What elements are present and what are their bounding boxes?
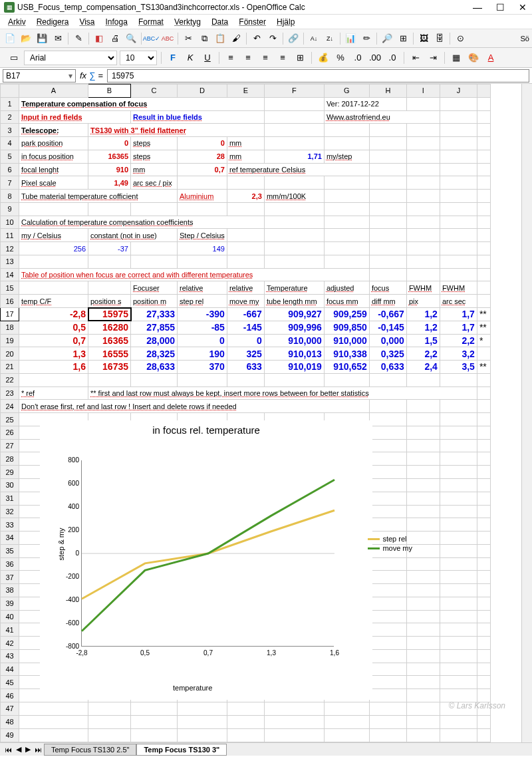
cell[interactable]: 1,71	[264, 150, 324, 163]
cell[interactable]	[324, 124, 369, 137]
cell[interactable]	[440, 571, 477, 584]
cell[interactable]	[477, 452, 490, 466]
cell[interactable]	[227, 715, 264, 728]
maximize-button[interactable]: ☐	[495, 2, 505, 13]
cell[interactable]	[477, 439, 490, 452]
cell[interactable]: 910,013	[264, 347, 324, 361]
underline-icon[interactable]: U	[200, 51, 215, 65]
cell[interactable]	[440, 584, 477, 597]
cell[interactable]: 0	[178, 334, 227, 347]
cell[interactable]	[406, 242, 440, 255]
cell[interactable]	[369, 466, 406, 479]
cell[interactable]	[406, 413, 440, 426]
cell[interactable]	[477, 97, 490, 110]
cell[interactable]: 1,49	[88, 176, 131, 190]
cell[interactable]	[88, 281, 131, 295]
cell[interactable]	[440, 452, 477, 466]
drawing-icon[interactable]: ✏	[359, 31, 374, 46]
tab-prev-icon[interactable]: ◀	[14, 745, 23, 754]
row-header[interactable]: 23	[1, 386, 19, 400]
email-icon[interactable]: ✉	[51, 31, 65, 46]
menu-visa[interactable]: Visa	[75, 16, 98, 28]
cell[interactable]	[477, 373, 490, 386]
cell[interactable]	[440, 610, 477, 623]
cell[interactable]	[369, 216, 406, 229]
find-icon[interactable]: 🔎	[380, 31, 394, 46]
spellcheck-icon[interactable]: ABC✓	[144, 31, 159, 46]
cell[interactable]	[477, 466, 490, 479]
cell[interactable]	[178, 255, 227, 268]
cell[interactable]: arc sec / pix	[131, 176, 178, 190]
cell[interactable]	[369, 255, 406, 268]
cell[interactable]	[477, 150, 490, 163]
cell[interactable]: 910,652	[324, 361, 369, 374]
navigator-icon[interactable]: ⊞	[396, 31, 410, 46]
cell[interactable]	[477, 255, 490, 268]
indent-less-icon[interactable]: ⇤	[408, 51, 423, 65]
cell[interactable]	[264, 242, 324, 255]
cell[interactable]	[227, 242, 264, 255]
cell[interactable]	[440, 505, 477, 518]
row-header[interactable]: 32	[1, 505, 19, 518]
cell[interactable]: mm	[227, 137, 264, 150]
cell[interactable]: 0	[178, 137, 227, 150]
cell[interactable]: -37	[88, 242, 131, 255]
row-header[interactable]: 24	[1, 400, 19, 413]
cell[interactable]	[324, 202, 369, 216]
cell[interactable]: 149	[178, 242, 227, 255]
cell[interactable]	[406, 689, 440, 702]
cell[interactable]: mm/m/100K	[264, 190, 324, 203]
cell[interactable]	[440, 137, 477, 150]
cell[interactable]	[369, 505, 406, 518]
preview-icon[interactable]: 🔍	[124, 31, 138, 46]
col-H[interactable]: H	[369, 84, 406, 98]
cell[interactable]	[178, 176, 227, 190]
row-header[interactable]: 34	[1, 531, 19, 545]
cell[interactable]	[369, 478, 406, 492]
currency-icon[interactable]: 💰	[316, 51, 331, 65]
cell[interactable]	[477, 544, 490, 557]
row-header[interactable]: 43	[1, 649, 19, 663]
cell[interactable]	[477, 110, 490, 124]
cell[interactable]	[324, 190, 369, 203]
row-header[interactable]: 37	[1, 571, 19, 584]
row-header[interactable]: 5	[1, 150, 19, 163]
menu-data[interactable]: Data	[207, 16, 232, 28]
font-select[interactable]: Arial	[24, 51, 117, 65]
cell[interactable]: FWHM	[406, 281, 440, 295]
cell[interactable]: Temperature	[264, 281, 324, 295]
menu-infoga[interactable]: Infoga	[102, 16, 132, 28]
row-header[interactable]: 49	[1, 728, 19, 742]
cell[interactable]	[440, 676, 477, 689]
cell[interactable]	[406, 637, 440, 650]
cell[interactable]	[440, 202, 477, 216]
cell[interactable]: Temperature compensation of focus	[19, 97, 265, 110]
cell[interactable]: 0,7	[178, 163, 227, 176]
cell[interactable]	[477, 557, 490, 571]
col-B[interactable]: B	[88, 84, 131, 98]
row-header[interactable]: 33	[1, 518, 19, 531]
cell[interactable]	[88, 728, 131, 742]
cell[interactable]	[440, 124, 477, 137]
cell[interactable]: Input in red fields	[19, 110, 131, 124]
cell[interactable]	[264, 728, 324, 742]
cell[interactable]	[324, 229, 369, 242]
embedded-chart[interactable]: in focus rel. temperature step & my temp…	[40, 420, 372, 700]
cell[interactable]: 910,000	[324, 334, 369, 347]
menu-hjalp[interactable]: Hjälp	[273, 16, 299, 28]
cell[interactable]	[227, 229, 264, 242]
tab-last-icon[interactable]: ⏭	[33, 746, 44, 754]
cell[interactable]: 1,2	[406, 321, 440, 334]
cell[interactable]: relative	[227, 281, 264, 295]
close-button[interactable]: ✕	[517, 2, 528, 13]
cell[interactable]	[324, 242, 369, 255]
cell[interactable]	[131, 242, 178, 255]
cell[interactable]	[440, 728, 477, 742]
cell[interactable]	[369, 124, 406, 137]
cell[interactable]	[440, 478, 477, 492]
cell[interactable]	[406, 715, 440, 728]
row-header[interactable]: 48	[1, 715, 19, 728]
cell[interactable]	[227, 202, 264, 216]
cell[interactable]	[369, 452, 406, 466]
row-header[interactable]: 28	[1, 452, 19, 466]
